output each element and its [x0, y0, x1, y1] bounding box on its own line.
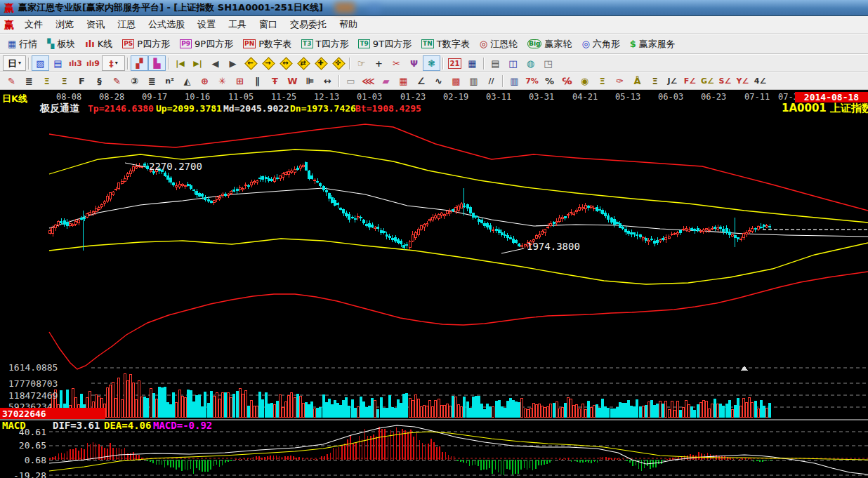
toolbar-button-j-angle[interactable]: J∠	[664, 74, 681, 89]
menu-item-settings[interactable]: 设置	[191, 17, 222, 32]
toolbar-button-package-tool[interactable]: ◳	[539, 55, 557, 71]
toolbar-button-candle-type-dropdown[interactable]: ‡▾	[102, 55, 125, 71]
toolbar-button-save[interactable]: ◫	[504, 55, 522, 71]
toolbar-button-t-square[interactable]: T3T四方形	[296, 36, 353, 52]
toolbar-button-compress-horizontal[interactable]: ⇄	[294, 55, 312, 71]
toolbar-button-kline[interactable]: ılıK线	[80, 36, 117, 52]
toolbar-button-draw-pen[interactable]: ✎	[3, 74, 20, 89]
toolbar-button-a-gold[interactable]: Å	[629, 74, 646, 89]
toolbar-button-hand-tool[interactable]: ☞	[353, 55, 370, 71]
toolbar-button-calendar[interactable]: 21	[446, 55, 463, 71]
toolbar-button-color-volume-style[interactable]: ▙	[148, 55, 166, 71]
menu-item-formula-stock-pick[interactable]: 公式选股	[142, 17, 191, 32]
toolbar-button-time-division[interactable]: ≣	[143, 74, 161, 89]
toolbar-button-prev-bar[interactable]: ◀	[206, 55, 224, 71]
toolbar-button-win-ruler[interactable]: W	[284, 74, 301, 89]
toolbar-button-shift-right[interactable]: →	[259, 55, 277, 71]
svg-text:04-21: 04-21	[572, 92, 598, 102]
menu-item-browse[interactable]: 浏览	[49, 17, 80, 32]
toolbar-button-object-tool[interactable]: Ψ	[405, 55, 423, 71]
menu-item-file[interactable]: 文件	[18, 17, 49, 32]
toolbar-button-pattern-mode[interactable]: ▞	[131, 55, 148, 71]
toolbar-button-hatch-lines[interactable]: ∕∕	[482, 74, 500, 89]
menu-item-tools[interactable]: 工具	[222, 17, 253, 32]
toolbar-button-gold-circle[interactable]: ◉	[576, 74, 593, 89]
toolbar-button-y-angle[interactable]: Y∠	[734, 74, 751, 89]
toolbar-button-candle-mark[interactable]: ✑	[611, 74, 629, 89]
toolbar-button-gold-bars[interactable]: Ξ	[593, 74, 611, 89]
toolbar-button-cycle-circle[interactable]: ③	[126, 74, 143, 89]
menu-item-trade-entrust[interactable]: 交易委托	[284, 17, 333, 32]
toolbar-button-shift-left[interactable]: ←	[242, 55, 259, 71]
chart-area[interactable]: 08-0808-2809-1710-1611-0511-2512-1301-03…	[0, 90, 868, 478]
toolbar-button-gann-cross[interactable]: ⊕	[196, 74, 213, 89]
toolbar-button-g-angle[interactable]: G∠	[699, 74, 716, 89]
toolbar-button-gold-angle[interactable]: Ξ	[646, 74, 664, 89]
toolbar-button-gann-shape-tool[interactable]: ❃	[423, 55, 440, 71]
menu-item-news[interactable]: 资讯	[80, 17, 111, 32]
toolbar-button-stat-bars[interactable]: ▥	[506, 74, 523, 89]
toolbar-button-time-rulers[interactable]: ≣	[20, 74, 38, 89]
toolbar-button-notes[interactable]: ▤	[487, 55, 504, 71]
toolbar-button-last-page[interactable]: ▶|	[189, 55, 206, 71]
menu-item-window[interactable]: 窗口	[253, 17, 284, 32]
toolbar-button-gann-wheel[interactable]: ◎江恩轮	[475, 36, 522, 52]
toolbar-button-gold-ruler-1[interactable]: Ξ	[38, 74, 55, 89]
toolbar-button-bars-3[interactable]: ılı3	[67, 55, 84, 71]
menu-item-gann[interactable]: 江恩	[111, 17, 142, 32]
menu-item-help[interactable]: 帮助	[333, 17, 364, 32]
toolbar-button-n-square[interactable]: n²	[161, 74, 178, 89]
toolbar-button-9t-square[interactable]: T99T四方形	[353, 36, 416, 52]
toolbar-button-quotes[interactable]: ▦行情	[3, 36, 42, 52]
toolbar-button-grid-red[interactable]: ▩	[447, 74, 465, 89]
toolbar-button-first-page[interactable]: |◀	[171, 55, 189, 71]
toolbar-button-angle-set[interactable]: ∠	[412, 74, 430, 89]
toolbar-button-calculator[interactable]: ▦	[463, 55, 481, 71]
titlebar[interactable]: 赢 赢家江恩专业版[赢家内部服务平台] - [上证指数 SH1A0001-251…	[0, 0, 868, 16]
toolbar-button-f-angle[interactable]: F∠	[681, 74, 699, 89]
toolbar-button-web-update[interactable]: ◍	[522, 55, 539, 71]
toolbar-button-winner-service[interactable]: $赢家服务	[625, 36, 680, 52]
toolbar-button-cut-tool[interactable]: ✂	[388, 55, 405, 71]
toolbar-button-shen-ruler[interactable]: Ŧ	[266, 74, 284, 89]
toolbar-button-four-angle[interactable]: 4∠	[751, 74, 769, 89]
toolbar-button-overlay-windows[interactable]: ▨	[32, 55, 49, 71]
toolbar-button-speed-fan[interactable]: ⋘	[360, 74, 377, 89]
toolbar-button-grid-plain[interactable]: ▥	[465, 74, 482, 89]
toolbar-button-ruler-scale[interactable]: ⊫	[301, 74, 319, 89]
toolbar-button-percent-7[interactable]: 7%	[523, 74, 541, 89]
toolbar-button-9p-square[interactable]: P99P四方形	[175, 36, 238, 52]
toolbar-button-crosshair-tool[interactable]: +	[370, 55, 388, 71]
toolbar-button-sectors[interactable]: ▚板块	[42, 36, 80, 52]
toolbar-button-gann-box[interactable]: ⊞	[231, 74, 249, 89]
toolbar-button-period-day-dropdown[interactable]: 日▾	[3, 55, 26, 71]
toolbar-button-p-square[interactable]: PSP四方形	[117, 36, 175, 52]
toolbar-button-next-bar[interactable]: ▶	[224, 55, 242, 71]
toolbar-button-gold-ruler-2[interactable]: Ξ	[55, 74, 73, 89]
toolbar-button-hexagon[interactable]: ◎六角形	[577, 36, 624, 52]
toolbar-button-expand-horizontal[interactable]: ↔	[277, 55, 294, 71]
toolbar-button-zoom-out-diamond[interactable]: ✜	[329, 55, 347, 71]
toolbar-button-wave-tool[interactable]: ∿	[430, 74, 447, 89]
toolbar-button-draw-pen-2[interactable]: ✎	[108, 74, 126, 89]
toolbar-button-zoom-in-diamond[interactable]: ✚	[312, 55, 329, 71]
toolbar-button-measure-small[interactable]: ∥	[249, 74, 266, 89]
toolbar-button-bars-9[interactable]: ılı9	[84, 55, 102, 71]
toolbar-button-percent-lines[interactable]: ℅	[558, 74, 576, 89]
toolbar-button-spiral[interactable]: §	[91, 74, 108, 89]
toolbar-button-winner-wheel[interactable]: Big赢家轮	[522, 36, 577, 52]
toolbar-button-grid-rect[interactable]: ▦	[395, 74, 412, 89]
toolbar-button-mirror-tool[interactable]: ◭	[178, 74, 196, 89]
toolbar-button-width-measure[interactable]: ↔	[319, 74, 336, 89]
toolbar-button-p-digit-table[interactable]: PNP数字表	[238, 36, 296, 52]
toolbar-button-rect-diagonal[interactable]: ▰	[377, 74, 395, 89]
chart-canvas[interactable]: 08-0808-2809-1710-1611-0511-2512-1301-03…	[0, 90, 868, 478]
toolbar-button-dashed-rect[interactable]: ▭	[342, 74, 360, 89]
toolbar-button-info-view[interactable]: ▤	[49, 55, 67, 71]
toolbar-button-percent[interactable]: %	[541, 74, 558, 89]
price-overlays: 2270.27001974.3800	[125, 161, 868, 371]
toolbar-button-s-angle[interactable]: S∠	[716, 74, 734, 89]
toolbar-button-fibo-f[interactable]: F	[73, 74, 91, 89]
toolbar-button-t-digit-table[interactable]: TNT数字表	[416, 36, 475, 52]
toolbar-button-gann-star[interactable]: ✳	[213, 74, 231, 89]
